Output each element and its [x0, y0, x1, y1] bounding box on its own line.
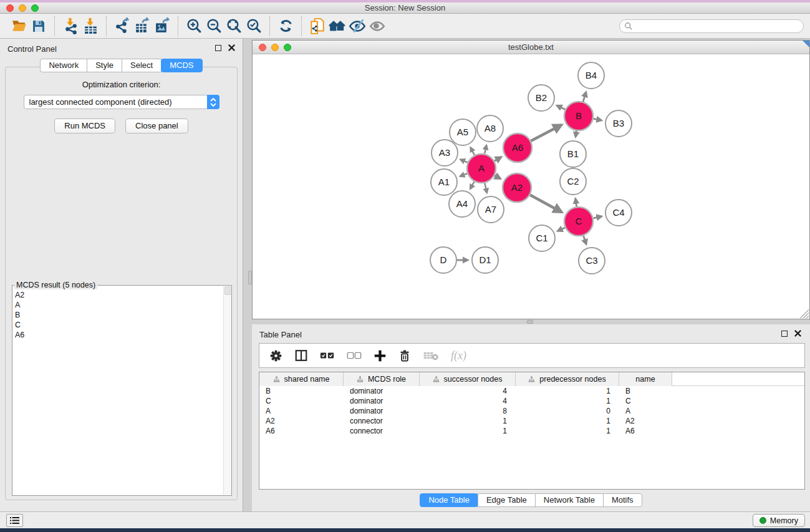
- graph-edge-A-A4[interactable]: [470, 181, 474, 189]
- table-row[interactable]: Cdominator41C: [259, 396, 804, 406]
- window-resize-grip[interactable]: [800, 309, 809, 318]
- frame-resize-corner-icon[interactable]: [803, 41, 809, 47]
- graph-edge-A-A8[interactable]: [485, 145, 486, 154]
- table-settings-button[interactable]: [269, 349, 282, 362]
- new-network-from-selection-button[interactable]: [307, 16, 327, 36]
- graph-node-C4[interactable]: C4: [605, 200, 632, 226]
- graph-node-C2[interactable]: C2: [560, 168, 586, 195]
- open-session-button[interactable]: [9, 16, 29, 36]
- table-row[interactable]: Adominator80A: [259, 406, 804, 416]
- close-panel-button[interactable]: Close panel: [125, 118, 188, 133]
- float-panel-icon[interactable]: [215, 45, 221, 51]
- result-item[interactable]: B: [15, 310, 231, 320]
- graph-edge-C-C2[interactable]: [576, 199, 577, 207]
- graph-edge-C-C3[interactable]: [584, 236, 587, 244]
- float-table-panel-icon[interactable]: [781, 331, 788, 337]
- export-image-button[interactable]: [152, 16, 172, 36]
- graph-node-A6[interactable]: A6: [503, 133, 532, 162]
- graph-edge-A-A3[interactable]: [460, 160, 468, 163]
- show-hide-eye-button[interactable]: [367, 16, 387, 36]
- graph-node-A7[interactable]: A7: [478, 196, 504, 223]
- delete-table-button[interactable]: [423, 350, 439, 361]
- graph-edge-B-B4[interactable]: [583, 92, 586, 102]
- close-panel-icon[interactable]: [228, 44, 235, 51]
- result-scrollbar[interactable]: [223, 286, 231, 495]
- graph-edge-A6-B[interactable]: [531, 125, 561, 141]
- column-header-successor-nodes[interactable]: successor nodes: [420, 372, 516, 386]
- graph-node-A3[interactable]: A3: [432, 140, 458, 166]
- import-network-button[interactable]: [60, 16, 80, 36]
- tab-select[interactable]: Select: [122, 59, 162, 72]
- graph-node-C[interactable]: C: [564, 207, 593, 236]
- column-header-shared-name[interactable]: shared name: [259, 372, 344, 386]
- zoom-out-button[interactable]: [204, 16, 224, 36]
- first-neighbors-button[interactable]: [327, 16, 347, 36]
- vertical-splitter-handle[interactable]: [248, 271, 252, 284]
- refresh-button[interactable]: [276, 16, 296, 36]
- network-window-titlebar[interactable]: testGlobe.txt: [253, 41, 809, 54]
- table-row[interactable]: A6connector11A6: [259, 426, 804, 436]
- graph-node-C3[interactable]: C3: [579, 248, 605, 274]
- graph-edge-A-A1[interactable]: [460, 173, 468, 176]
- graph-node-B1[interactable]: B1: [560, 141, 586, 167]
- result-item[interactable]: A: [15, 300, 231, 310]
- select-all-button[interactable]: [320, 351, 335, 360]
- graph-node-B3[interactable]: B3: [605, 110, 632, 137]
- tab-network-table[interactable]: Network Table: [535, 493, 604, 507]
- graph-edge-A-A5[interactable]: [471, 147, 475, 155]
- graph-node-B[interactable]: B: [564, 102, 593, 130]
- export-network-button[interactable]: [112, 16, 132, 36]
- graph-edge-A-A7[interactable]: [485, 183, 487, 193]
- graph-edge-B-B3[interactable]: [594, 118, 602, 120]
- result-item[interactable]: C: [15, 320, 231, 330]
- tab-mcds[interactable]: MCDS: [161, 59, 202, 72]
- node-table[interactable]: shared nameMCDS rolesuccessor nodesprede…: [259, 372, 805, 490]
- graph-edge-A-A2[interactable]: [494, 175, 500, 178]
- graph-node-A1[interactable]: A1: [431, 169, 457, 195]
- graph-edge-A-A6[interactable]: [494, 157, 501, 161]
- result-item[interactable]: A6: [15, 330, 231, 340]
- search-input[interactable]: [633, 21, 803, 32]
- column-header-MCDS-role[interactable]: MCDS role: [344, 372, 420, 386]
- tab-motifs[interactable]: Motifs: [603, 493, 642, 507]
- show-hide-style-button[interactable]: [347, 16, 367, 36]
- run-mcds-button[interactable]: Run MCDS: [54, 118, 115, 133]
- export-table-button[interactable]: [132, 16, 152, 36]
- delete-column-button[interactable]: [398, 349, 411, 362]
- graph-node-A[interactable]: A: [467, 154, 496, 183]
- tab-node-table[interactable]: Node Table: [420, 493, 478, 507]
- column-header-name[interactable]: name: [619, 372, 672, 386]
- column-header-predecessor-nodes[interactable]: predecessor nodes: [516, 372, 619, 386]
- graph-edge-B-B2[interactable]: [557, 105, 565, 109]
- table-row[interactable]: A2connector11A2: [259, 416, 804, 426]
- table-row[interactable]: Bdominator41B: [259, 386, 804, 396]
- graph-node-A5[interactable]: A5: [450, 119, 476, 145]
- memory-button[interactable]: Memory: [753, 514, 805, 527]
- graph-edge-B-B1[interactable]: [576, 131, 576, 137]
- result-item[interactable]: A2: [15, 290, 231, 300]
- graph-node-B4[interactable]: B4: [578, 62, 604, 89]
- graph-edge-C-C1[interactable]: [557, 228, 565, 231]
- zoom-selected-button[interactable]: [244, 16, 264, 36]
- network-graph[interactable]: B4B2BB3A5A8A6A3B1AA1C2A2A4A7C4CC1C3DD1: [253, 54, 809, 319]
- zoom-fit-button[interactable]: [224, 16, 244, 36]
- graph-node-D1[interactable]: D1: [472, 247, 498, 273]
- mcds-result-list[interactable]: A2ABCA6: [15, 290, 231, 340]
- create-column-button[interactable]: [374, 349, 387, 362]
- save-session-button[interactable]: [29, 16, 49, 36]
- show-column-panel-button[interactable]: [294, 349, 308, 362]
- deselect-all-button[interactable]: [347, 351, 362, 360]
- horizontal-splitter[interactable]: [252, 319, 810, 324]
- graph-node-B2[interactable]: B2: [528, 85, 554, 111]
- zoom-in-button[interactable]: [184, 16, 204, 36]
- tab-network[interactable]: Network: [40, 59, 87, 72]
- graph-node-D[interactable]: D: [430, 247, 456, 273]
- graph-node-A2[interactable]: A2: [503, 173, 531, 202]
- graph-edge-A2-C[interactable]: [530, 195, 561, 211]
- tab-edge-table[interactable]: Edge Table: [478, 493, 536, 507]
- graph-edge-C-C4[interactable]: [593, 216, 601, 218]
- graph-node-A4[interactable]: A4: [449, 191, 475, 217]
- task-history-button[interactable]: [6, 514, 23, 527]
- graph-node-C1[interactable]: C1: [529, 225, 555, 251]
- search-field[interactable]: [619, 19, 804, 33]
